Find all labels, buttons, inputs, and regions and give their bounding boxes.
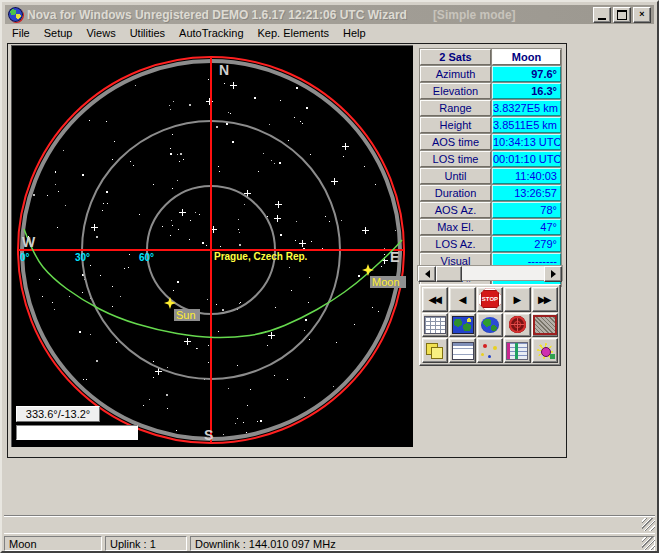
status-bar: Moon Uplink : 1 Downlink : 144.010 097 M…: [4, 533, 655, 551]
globe-icon: [481, 317, 499, 333]
table-row-label: Azimuth: [420, 66, 491, 82]
table-header-satellite[interactable]: Moon: [492, 49, 561, 65]
window-controls: ×: [593, 7, 651, 23]
sky-map-canvas: N E S W 0°30°60° Prague, Czech Rep. SunM…: [12, 46, 412, 446]
observer-location-label: Prague, Czech Rep.: [214, 251, 308, 262]
menu-item-views[interactable]: Views: [79, 25, 122, 41]
globe-button[interactable]: [477, 313, 503, 338]
toolbar-button-box: ◀◀◀STOP▶▶▶: [419, 284, 561, 366]
table-row-label: Height: [420, 117, 491, 133]
step-back-button[interactable]: ◀: [449, 287, 475, 312]
menu-item-file[interactable]: File: [5, 25, 37, 41]
moon-label: Moon: [372, 276, 400, 288]
cascade-windows-button[interactable]: [422, 338, 448, 363]
table-row-value: 10:34:13 UTC: [492, 134, 561, 150]
cascade-windows-icon: [425, 343, 445, 359]
table-header-sats[interactable]: 2 Sats: [420, 49, 491, 65]
app-icon: [8, 7, 23, 22]
table-row-value: 11:40:03: [492, 168, 561, 184]
table-row-value: 279°: [492, 236, 561, 252]
right-arrow-icon: [551, 270, 560, 278]
menu-item-kep-elements[interactable]: Kep. Elements: [251, 25, 337, 41]
menu-item-autotracking[interactable]: AutoTracking: [172, 25, 250, 41]
table-row-label: Duration: [420, 185, 491, 201]
grid-table-button[interactable]: [422, 313, 448, 338]
scroll-left-button[interactable]: [418, 266, 436, 282]
list-view-icon: [452, 342, 474, 360]
satellite-view-button[interactable]: [532, 338, 558, 363]
status-downlink: Downlink : 144.010 097 MHz: [190, 536, 655, 551]
table-row-label: LOS time: [420, 151, 491, 167]
table-row-value: 47°: [492, 219, 561, 235]
resize-grip-upper[interactable]: [642, 518, 655, 531]
table-row-label: Range: [420, 100, 491, 116]
world-map-button[interactable]: [449, 313, 475, 338]
table-row-label: Elevation: [420, 83, 491, 99]
control-panel-button[interactable]: [504, 338, 530, 363]
window-mode-label: [Simple mode]: [433, 8, 516, 22]
window-title: Nova for Windows Unregistered DEMO 1.6.1…: [27, 8, 407, 22]
target-button[interactable]: [504, 313, 530, 338]
fast-forward-button[interactable]: ▶▶: [532, 287, 558, 312]
table-row-value: 13:26:57: [492, 185, 561, 201]
table-row-label: LOS Az.: [420, 236, 491, 252]
satellite-data-table: 2 SatsMoonAzimuth97.6°Elevation16.3°Rang…: [419, 48, 562, 287]
menu-bar: FileSetupViewsUtilitiesAutoTrackingKep. …: [5, 24, 654, 42]
elevation-label: 30°: [75, 252, 90, 263]
cardinal-south: S: [204, 427, 213, 443]
table-row-value: 16.3°: [492, 83, 561, 99]
constellation-button[interactable]: [477, 338, 503, 363]
stop-button[interactable]: STOP: [477, 287, 503, 312]
menu-item-setup[interactable]: Setup: [37, 25, 80, 41]
elevation-labels: 0°30°60°: [20, 252, 154, 263]
table-row-label: Until: [420, 168, 491, 184]
radar-icon: [533, 315, 557, 335]
table-row-value: 97.6°: [492, 66, 561, 82]
moon-marker-icon[interactable]: [362, 264, 374, 276]
target-icon: [509, 316, 526, 333]
sun-label: Sun: [176, 309, 196, 321]
table-row-value: 00:01:10 UTC: [492, 151, 561, 167]
satellite-view-icon: [535, 343, 555, 359]
stop-sign-icon: STOP: [479, 288, 501, 310]
rewind-button[interactable]: ◀◀: [422, 287, 448, 312]
step-forward-icon: ▶: [514, 294, 522, 305]
maximize-button[interactable]: [613, 7, 631, 23]
world-map-icon: [452, 316, 474, 334]
radar-button[interactable]: [532, 313, 558, 338]
moon-track-path: [24, 229, 402, 338]
cardinal-west: W: [22, 234, 36, 250]
info-box-empty: [16, 425, 138, 440]
elevation-label: 60°: [139, 252, 154, 263]
cardinal-east: E: [390, 249, 399, 265]
table-row-value: 3.8327E5 km: [492, 100, 561, 116]
cardinal-north: N: [219, 62, 229, 78]
status-uplink: Uplink : 1: [105, 536, 187, 551]
grid-table-icon: [424, 316, 446, 334]
fast-forward-icon: ▶▶: [538, 294, 551, 305]
control-panel: 2 SatsMoonAzimuth97.6°Elevation16.3°Rang…: [414, 45, 566, 456]
step-forward-button[interactable]: ▶: [504, 287, 530, 312]
close-button[interactable]: ×: [633, 7, 651, 23]
title-bar[interactable]: Nova for Windows Unregistered DEMO 1.6.1…: [5, 5, 654, 24]
elevation-label: 0°: [20, 252, 30, 263]
scrollbar-track[interactable]: [462, 266, 544, 280]
table-row-label: AOS time: [420, 134, 491, 150]
app-window: Nova for Windows Unregistered DEMO 1.6.1…: [0, 0, 659, 553]
constellation-icon: [480, 343, 500, 359]
left-arrow-icon: [421, 270, 430, 278]
sky-map[interactable]: N E S W 0°30°60° Prague, Czech Rep. SunM…: [11, 45, 413, 447]
cursor-azel-readout: 333.6°/-13.2°: [16, 406, 100, 422]
table-row-value: 78°: [492, 202, 561, 218]
menu-item-utilities[interactable]: Utilities: [123, 25, 172, 41]
minimize-button[interactable]: [593, 7, 611, 23]
resize-grip[interactable]: [642, 537, 655, 550]
scrollbar-thumb[interactable]: [436, 266, 462, 282]
rewind-icon: ◀◀: [429, 294, 442, 305]
satellite-scrollbar[interactable]: [417, 265, 563, 281]
scroll-right-button[interactable]: [544, 266, 562, 282]
sun-marker-icon[interactable]: [164, 297, 176, 309]
list-view-button[interactable]: [449, 338, 475, 363]
status-satellite: Moon: [4, 536, 102, 551]
menu-item-help[interactable]: Help: [336, 25, 373, 41]
